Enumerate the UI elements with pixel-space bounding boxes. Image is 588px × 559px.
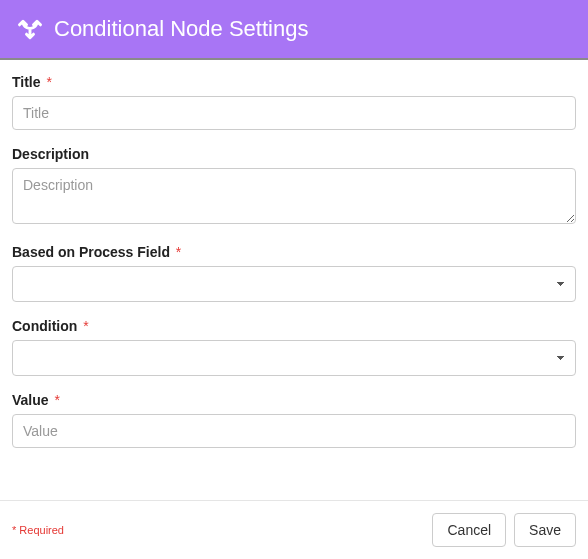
value-label-text: Value [12, 392, 49, 408]
value-label: Value * [12, 392, 576, 408]
button-row: Cancel Save [432, 513, 576, 547]
condition-label: Condition * [12, 318, 576, 334]
process-field-label-text: Based on Process Field [12, 244, 170, 260]
title-label-text: Title [12, 74, 41, 90]
fork-icon [16, 12, 54, 46]
process-field-field: Based on Process Field * [12, 244, 576, 302]
dialog-title: Conditional Node Settings [54, 16, 308, 42]
condition-field: Condition * [12, 318, 576, 376]
description-input[interactable] [12, 168, 576, 224]
value-input[interactable] [12, 414, 576, 448]
title-field: Title * [12, 74, 576, 130]
dialog-footer: * Required Cancel Save [0, 500, 588, 559]
required-star: * [54, 392, 59, 408]
value-field: Value * [12, 392, 576, 448]
process-field-label: Based on Process Field * [12, 244, 576, 260]
required-note: * Required [12, 524, 64, 536]
title-input[interactable] [12, 96, 576, 130]
condition-label-text: Condition [12, 318, 77, 334]
required-star: * [83, 318, 88, 334]
required-star: * [46, 74, 51, 90]
form-body: Title * Description Based on Process Fie… [0, 60, 588, 448]
condition-select[interactable] [12, 340, 576, 376]
description-label: Description [12, 146, 576, 162]
process-field-select[interactable] [12, 266, 576, 302]
save-button[interactable]: Save [514, 513, 576, 547]
description-field: Description [12, 146, 576, 228]
cancel-button[interactable]: Cancel [432, 513, 506, 547]
dialog-header: Conditional Node Settings [0, 0, 588, 60]
required-star: * [176, 244, 181, 260]
title-label: Title * [12, 74, 576, 90]
settings-dialog: Conditional Node Settings Title * Descri… [0, 0, 588, 559]
